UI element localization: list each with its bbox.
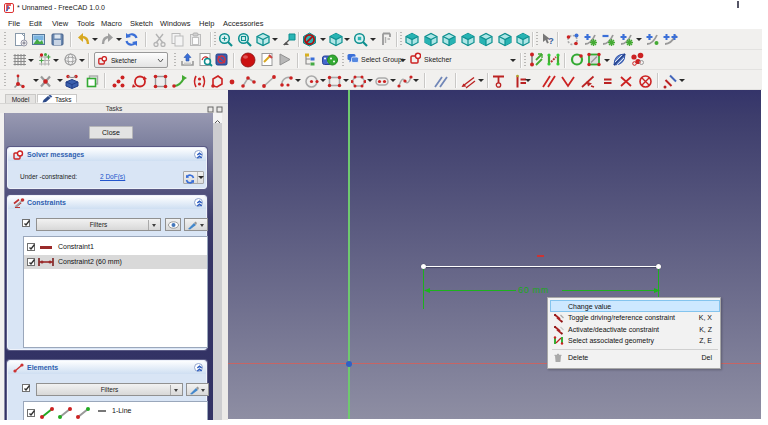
svg-text:?: ? <box>548 36 554 46</box>
